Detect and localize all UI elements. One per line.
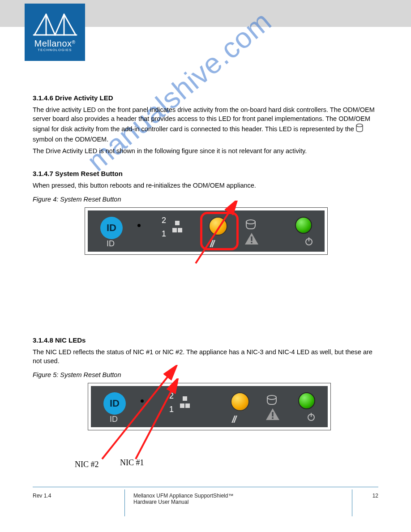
svg-rect-13: [272, 412, 273, 416]
footer-doc-title: Mellanox UFM Appliance SupportShield™ Ha…: [133, 493, 313, 505]
page: Mellanox® TECHNOLOGIES manualshive.com 3…: [0, 0, 411, 532]
footer-page-number: 12: [372, 493, 378, 499]
svg-line-2: [34, 14, 46, 35]
disk-icon: [246, 219, 254, 230]
system-reset-button[interactable]: [231, 392, 249, 411]
power-button[interactable]: [298, 392, 315, 409]
panel-number-1: 1: [162, 228, 166, 240]
power-icon: [306, 412, 316, 424]
svg-rect-9: [251, 242, 252, 243]
page-content: 3.1.4.6 Drive Activity LED The drive act…: [33, 80, 382, 430]
para-drive-activity-1b: symbol on the ODM/OEM.: [33, 136, 108, 143]
footer-revision: Rev 1.4: [33, 493, 51, 499]
para-drive-activity-2: The Drive Activity LED is not shown in t…: [33, 146, 382, 155]
panel-number-2: 2: [162, 215, 166, 226]
heading-nic-leds: 3.1.4.8 NIC LEDs: [33, 335, 382, 345]
warning-triangle-icon: [265, 408, 280, 423]
red-arrow-figure4: [191, 201, 245, 268]
warning-triangle-icon: [244, 232, 259, 248]
id-button-label: ID: [107, 238, 115, 249]
para-nic-leds: The NIC LED reflects the status of NIC #…: [33, 348, 382, 366]
footer-vertical-divider-left: [124, 489, 125, 516]
disk-icon-inline: [356, 124, 363, 135]
red-arrow-nic1: [127, 378, 189, 463]
figure-5-caption: Figure 5: System Reset Button: [33, 370, 382, 379]
power-button[interactable]: [295, 217, 312, 234]
footer-vertical-divider-right: [352, 489, 352, 516]
mellanox-logo: Mellanox® TECHNOLOGIES: [25, 4, 85, 61]
nic1-label: NIC #1: [120, 457, 144, 468]
para-drive-activity-1: The drive activity LED on the front pane…: [33, 105, 382, 144]
svg-line-18: [136, 384, 175, 459]
footer-divider-line: [33, 487, 378, 487]
id-button[interactable]: ID: [100, 217, 123, 239]
power-icon: [304, 236, 313, 245]
bridge-icon: [33, 13, 77, 38]
svg-line-5: [64, 14, 76, 35]
recessed-hole-icon: [137, 224, 141, 227]
para-system-reset: When pressed, this button reboots and re…: [33, 181, 382, 190]
heading-drive-activity-led: 3.1.4.6 Drive Activity LED: [33, 93, 382, 103]
disk-icon: [267, 395, 275, 406]
svg-line-12: [196, 205, 234, 263]
logo-brand-text: Mellanox®: [34, 39, 76, 49]
nic2-label: NIC #2: [75, 459, 99, 470]
svg-line-3: [46, 14, 55, 35]
logo-sub-text: TECHNOLOGIES: [38, 48, 72, 52]
svg-rect-8: [251, 236, 252, 241]
heading-system-reset: 3.1.4.7 System Reset Button: [33, 169, 382, 178]
svg-rect-14: [272, 417, 273, 419]
slash-icon: //: [232, 413, 235, 427]
svg-line-4: [55, 14, 64, 35]
para-drive-activity-1a: The drive activity LED on the front pane…: [33, 106, 375, 133]
svg-point-7: [356, 124, 363, 126]
